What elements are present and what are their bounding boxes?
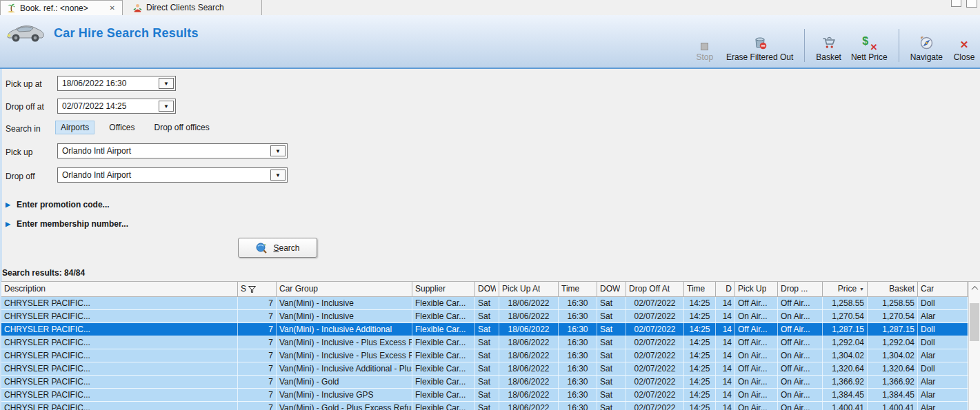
table-cell: 14 [716,336,735,349]
table-cell: Flexible Car... [412,297,475,309]
table-row[interactable]: CHRYSLER PACIFIC...7Van(Mini) - Inclusiv… [1,389,968,402]
page-title: Car Hire Search Results [54,26,199,41]
table-row[interactable]: CHRYSLER PACIFIC...7Van(Mini) - Inclusiv… [1,336,968,349]
dropoff-location-combo[interactable]: Orlando Intl Airport ▼ [57,167,288,183]
dropdown-arrow-icon[interactable]: ▼ [159,78,174,89]
table-cell: 1,400.41 [868,402,918,410]
table-cell: On Air... [735,349,778,362]
table-cell: 14:25 [684,310,716,322]
table-cell: 02/07/2022 [626,376,684,388]
vertical-scrollbar[interactable] [968,282,980,410]
column-header[interactable]: Time [559,282,597,296]
column-header[interactable]: Supplier [412,282,475,296]
search-in-option-offices[interactable]: Offices [104,121,139,134]
column-header[interactable]: Car [918,282,968,296]
dropoff-at-datetime-combo[interactable]: 02/07/2022 14:25 ▼ [57,99,176,114]
table-cell: 1,304.02 [823,349,868,362]
search-in-option-airports[interactable]: Airports [55,121,94,134]
table-cell: 1,366.92 [868,376,918,388]
dropdown-arrow-icon[interactable]: ▼ [159,101,174,112]
dropdown-arrow-icon[interactable]: ▼ [270,145,286,156]
pickup-at-datetime-combo[interactable]: 18/06/2022 16:30 ▼ [57,76,176,91]
nett-price-button[interactable]: $✕ Nett Price [851,35,888,62]
pickup-location-combo[interactable]: Orlando Intl Airport ▼ [57,143,288,158]
column-header[interactable]: Pick Up At [499,282,559,296]
tab-booking-ref[interactable]: Book. ref.: <none> ✕ [0,0,123,15]
filter-icon [248,286,256,293]
table-row[interactable]: CHRYSLER PACIFIC...7Van(Mini) - Inclusiv… [1,297,968,310]
table-row[interactable]: CHRYSLER PACIFIC...7Van(Mini) - Inclusiv… [1,362,968,376]
column-header[interactable]: D [716,282,735,296]
table-cell: 1,366.92 [823,376,868,388]
table-cell: 14:25 [684,349,716,362]
tab-close-icon[interactable]: ✕ [108,4,117,12]
search-button[interactable]: Search [238,238,317,258]
table-cell: 14:25 [684,297,716,309]
column-header-label: Drop Off At [629,282,670,296]
table-cell: 14:25 [684,389,716,401]
toolbar-button-label: Navigate [910,52,943,62]
column-header-label: DOW [600,282,620,296]
column-header[interactable]: Drop ... [778,282,823,296]
navigate-button[interactable]: Navigate [910,35,943,62]
table-cell: 18/06/2022 [499,297,559,309]
membership-number-label: Enter membership number... [17,219,128,229]
tab-label: Direct Clients Search [146,3,224,12]
column-header-label: Price [838,282,857,296]
column-header-label: Drop ... [781,282,808,296]
table-cell: 14 [716,376,735,388]
column-header[interactable]: DOW [597,282,626,296]
column-header[interactable]: Price▼ [823,282,868,296]
table-cell: Van(Mini) - Inclusive - Plus Excess Refu… [277,336,412,349]
table-cell: 7 [238,402,277,410]
table-cell: 7 [238,297,277,309]
table-row[interactable]: CHRYSLER PACIFIC...7Van(Mini) - Gold - P… [1,402,968,410]
pickup-at-value: 18/06/2022 16:30 [58,79,157,88]
column-header[interactable]: DOW [475,282,499,296]
table-cell: 02/07/2022 [626,336,684,349]
promotion-code-expander[interactable]: ▶ Enter promotion code... [6,200,110,209]
column-header[interactable]: Description [1,282,238,296]
table-row[interactable]: CHRYSLER PACIFIC...7Van(Mini) - Inclusiv… [1,349,968,362]
erase-filtered-out-button[interactable]: Erase Filtered Out [726,35,793,62]
scroll-up-button[interactable] [969,282,980,295]
table-cell: CHRYSLER PACIFIC... [1,349,238,362]
table-row[interactable]: CHRYSLER PACIFIC...7Van(Mini) - GoldFlex… [1,376,968,389]
results-table: DescriptionS Car GroupSupplierDOWPick Up… [1,281,980,410]
table-cell: Alar [918,310,968,322]
column-header[interactable]: S [238,282,277,296]
column-header[interactable]: Pick Up [735,282,778,296]
palm-tree-icon [6,3,17,13]
toolbar: Stop Erase Filtered Out Basket $✕ Nett P… [693,22,976,62]
column-header[interactable]: Time [684,282,716,296]
window-restore-icon[interactable] [951,0,961,7]
table-cell: Van(Mini) - Gold [277,376,412,388]
table-row[interactable]: CHRYSLER PACIFIC...7Van(Mini) - Inclusiv… [1,323,968,336]
table-cell: On Air... [735,402,778,410]
basket-button[interactable]: Basket [816,35,841,62]
table-cell: Flexible Car... [412,323,475,336]
table-cell: Flexible Car... [412,310,475,322]
table-cell: Sat [597,349,626,362]
window-maximize-icon[interactable] [966,0,977,8]
membership-number-expander[interactable]: ▶ Enter membership number... [6,219,128,229]
column-header-label: Pick Up [738,282,766,296]
table-cell: 7 [238,376,277,388]
table-cell: Sat [597,297,626,309]
close-button[interactable]: ✕ Close [952,35,976,62]
dropdown-arrow-icon[interactable]: ▼ [270,170,286,181]
search-in-option-dropoff-offices[interactable]: Drop off offices [149,121,214,134]
table-cell: On Air... [778,402,823,410]
tab-direct-clients-search[interactable]: Direct Clients Search [127,0,262,15]
table-row[interactable]: CHRYSLER PACIFIC...7Van(Mini) - Inclusiv… [1,310,968,323]
column-header[interactable]: Basket [868,282,918,296]
scrollbar-thumb[interactable] [970,303,979,341]
stop-button[interactable]: Stop [693,35,717,62]
tab-bar: Book. ref.: <none> ✕ Direct Clients Sear… [0,0,980,15]
table-cell: 18/06/2022 [499,336,559,349]
table-cell: 14 [716,310,735,322]
column-header[interactable]: Drop Off At [626,282,684,296]
table-cell: Off Air... [778,336,823,349]
column-header[interactable]: Car Group [277,282,412,296]
table-cell: 1,320.64 [823,362,868,375]
